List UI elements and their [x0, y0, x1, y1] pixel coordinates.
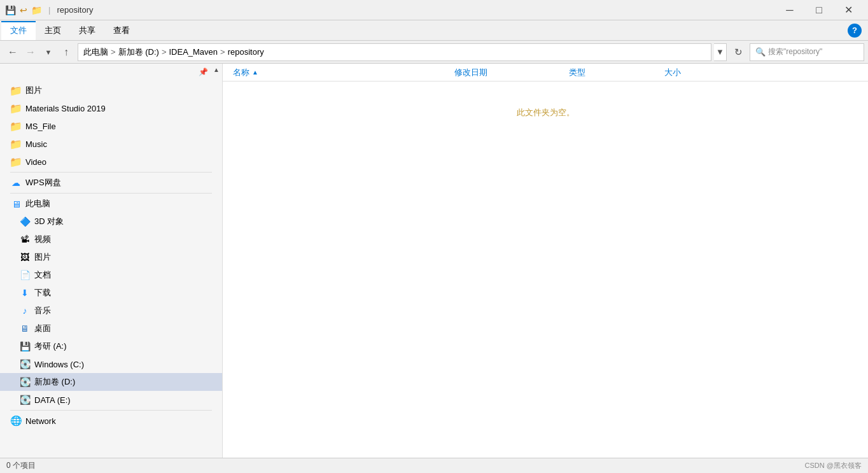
- breadcrumb-item-4[interactable]: repository: [228, 47, 264, 57]
- sidebar-item-pictures-quick[interactable]: 📁 图片: [0, 81, 222, 99]
- breadcrumb-item-2[interactable]: 新加卷 (D:): [118, 46, 159, 58]
- recent-locations-button[interactable]: ▼: [39, 43, 57, 61]
- tab-file[interactable]: 文件: [1, 21, 36, 40]
- document-icon: 📄: [19, 271, 31, 279]
- sidebar-item-drive-c[interactable]: 💽 Windows (C:): [0, 355, 222, 373]
- title-bar-left: 💾 ↩ 📁 | repository: [5, 5, 93, 15]
- sidebar-divider-3: [10, 410, 212, 411]
- sidebar-item-video[interactable]: 📁 Video: [0, 153, 222, 171]
- sidebar-item-label: 此电脑: [25, 198, 50, 209]
- sidebar-item-label: 新加卷 (D:): [34, 376, 75, 388]
- maximize-button[interactable]: □: [804, 0, 834, 20]
- sidebar-item-label: 考研 (A:): [34, 341, 67, 352]
- col-header-size[interactable]: 大小: [659, 64, 736, 81]
- sidebar-item-network[interactable]: 🌐 Network: [0, 412, 222, 430]
- sidebar-item-drive-d[interactable]: 💽 新加卷 (D:): [0, 373, 222, 391]
- folder-icon: 📁: [10, 139, 22, 148]
- item-count: 0 个项目: [6, 460, 36, 471]
- sidebar-item-label: Materials Studio 2019: [25, 104, 106, 113]
- sidebar-item-materials-studio[interactable]: 📁 Materials Studio 2019: [0, 99, 222, 117]
- sidebar-item-wps-cloud[interactable]: ☁ WPS网盘: [0, 174, 222, 192]
- col-name-label: 名称: [233, 67, 249, 78]
- address-dropdown-button[interactable]: ▼: [714, 43, 727, 61]
- folder-icon: 📁: [10, 122, 22, 131]
- address-bar[interactable]: 此电脑 > 新加卷 (D:) > IDEA_Maven > repository: [78, 43, 711, 61]
- sidebar-item-this-pc[interactable]: 🖥 此电脑: [0, 195, 222, 213]
- video-icon: 📽: [19, 235, 31, 244]
- sidebar-item-drive-a[interactable]: 💾 考研 (A:): [0, 337, 222, 355]
- sidebar-item-pictures[interactable]: 🖼 图片: [0, 248, 222, 266]
- sidebar-item-documents[interactable]: 📄 文档: [0, 266, 222, 284]
- window-title: repository: [57, 5, 93, 15]
- sidebar-item-music[interactable]: 📁 Music: [0, 135, 222, 153]
- drive-d-icon: 💽: [19, 378, 31, 386]
- col-header-type[interactable]: 类型: [564, 64, 659, 81]
- breadcrumb-sep-2: >: [162, 47, 167, 57]
- sidebar-item-label: 桌面: [34, 323, 51, 334]
- sidebar-item-3d[interactable]: 🔷 3D 对象: [0, 213, 222, 230]
- sidebar-item-drive-e[interactable]: 💽 DATA (E:): [0, 391, 222, 409]
- sidebar-item-label: 文档: [34, 269, 51, 281]
- folder-icon: 📁: [10, 157, 22, 166]
- close-button[interactable]: ✕: [834, 0, 863, 20]
- quick-save-icon[interactable]: 💾: [5, 5, 16, 15]
- folder-icon: 📁: [10, 104, 22, 113]
- pin-icon[interactable]: 📌: [199, 67, 208, 76]
- drive-c-icon: 💽: [19, 360, 31, 369]
- sidebar-item-label: Network: [25, 416, 56, 426]
- sidebar-item-label: Music: [25, 139, 47, 149]
- search-placeholder: 搜索"repository": [768, 46, 822, 57]
- title-bar-controls: ─ □ ✕: [775, 0, 863, 20]
- sidebar-item-videos[interactable]: 📽 视频: [0, 230, 222, 248]
- sidebar-item-music2[interactable]: ♪ 音乐: [0, 302, 222, 320]
- breadcrumb-item-1[interactable]: 此电脑: [83, 46, 108, 58]
- sidebar-item-label: 3D 对象: [34, 216, 64, 227]
- sidebar-item-label: WPS网盘: [25, 177, 61, 188]
- sidebar-item-label: 图片: [25, 85, 42, 96]
- tab-share[interactable]: 共享: [70, 21, 104, 40]
- desktop-icon: 🖥: [19, 324, 31, 333]
- picture-icon: 🖼: [19, 253, 31, 262]
- search-icon: 🔍: [755, 47, 766, 57]
- forward-button[interactable]: →: [22, 43, 39, 61]
- quick-undo-icon[interactable]: ↩: [20, 5, 27, 15]
- up-button[interactable]: ↑: [57, 43, 75, 61]
- downloads-icon: ⬇: [19, 288, 31, 297]
- tab-view[interactable]: 查看: [104, 21, 139, 40]
- quick-folder-icon[interactable]: 📁: [31, 5, 42, 15]
- col-header-name[interactable]: 名称 ▲: [233, 64, 449, 81]
- file-pane: 名称 ▲ 修改日期 类型 大小 此文件夹为空。: [223, 64, 868, 458]
- sidebar-item-label: 图片: [34, 251, 51, 263]
- ribbon-bar: 文件 主页 共享 查看 ?: [0, 20, 868, 41]
- file-pane-header: 名称 ▲ 修改日期 类型 大小: [223, 64, 868, 81]
- watermark: CSDN @黑衣领客: [805, 461, 862, 470]
- sidebar-item-label: Video: [25, 157, 46, 167]
- breadcrumb-item-3[interactable]: IDEA_Maven: [169, 47, 218, 57]
- breadcrumb-sep-1: >: [111, 47, 116, 57]
- sidebar-item-label: DATA (E:): [34, 395, 71, 405]
- ribbon-right: ?: [848, 24, 867, 38]
- empty-message: 此文件夹为空。: [517, 107, 575, 118]
- col-size-label: 大小: [664, 67, 681, 77]
- col-date-label: 修改日期: [454, 67, 487, 77]
- sidebar-item-downloads[interactable]: ⬇ 下载: [0, 284, 222, 302]
- pc-icon: 🖥: [10, 199, 22, 208]
- help-button[interactable]: ?: [848, 24, 862, 38]
- sidebar-item-ms-file[interactable]: 📁 MS_File: [0, 117, 222, 135]
- search-bar[interactable]: 🔍 搜索"repository": [750, 43, 864, 61]
- col-type-label: 类型: [569, 67, 585, 77]
- folder-icon: 📁: [10, 86, 22, 95]
- col-header-date[interactable]: 修改日期: [449, 64, 564, 81]
- back-button[interactable]: ←: [4, 43, 22, 61]
- network-icon: 🌐: [10, 416, 22, 425]
- sidebar-item-label: 下载: [34, 287, 51, 299]
- tab-home[interactable]: 主页: [36, 21, 70, 40]
- sidebar-item-desktop[interactable]: 🖥 桌面: [0, 320, 222, 337]
- title-separator: |: [48, 5, 50, 15]
- scroll-up-icon[interactable]: ▲: [213, 66, 220, 73]
- sidebar-item-label: 音乐: [34, 305, 51, 316]
- sidebar-divider-1: [10, 172, 212, 173]
- refresh-button[interactable]: ↻: [729, 43, 747, 61]
- minimize-button[interactable]: ─: [775, 0, 804, 20]
- drive-e-icon: 💽: [19, 395, 31, 404]
